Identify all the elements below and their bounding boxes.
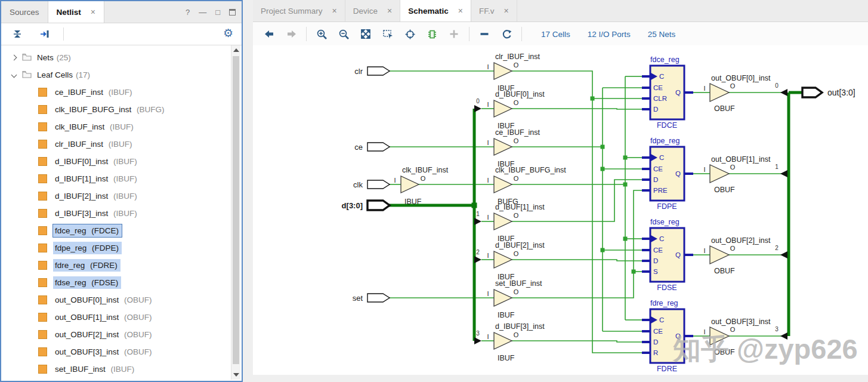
scrollbar-thumb[interactable]	[233, 56, 239, 364]
folder-icon	[22, 70, 32, 80]
buffer-cell-d_IBUF[1]_inst[interactable]	[494, 213, 512, 230]
zoom-selection-icon[interactable]	[379, 26, 397, 42]
expand-cone-icon[interactable]	[445, 26, 463, 42]
close-icon[interactable]: ×	[503, 6, 508, 16]
folder-icon	[22, 53, 32, 63]
tree-item-out_OBUF[1]_inst[interactable]: out_OBUF[1]_inst (OBUF)	[2, 309, 231, 326]
close-icon[interactable]: ×	[387, 6, 392, 16]
close-icon[interactable]: ×	[332, 6, 337, 16]
net-wire[interactable]	[512, 180, 642, 221]
back-arrow-icon[interactable]	[260, 26, 278, 42]
float-icon[interactable]	[229, 9, 236, 16]
schematic-canvas[interactable]: 01230123clrceclkd[3:0]setout[3:0]clr_IBU…	[253, 45, 868, 375]
tab-device[interactable]: Device×	[345, 0, 400, 21]
tree-item-count: (25)	[57, 53, 71, 62]
input-port[interactable]	[367, 67, 390, 75]
tree-item-d_IBUF[0]_inst[interactable]: d_IBUF[0]_inst (IBUF)	[2, 153, 231, 170]
tree-item-clk_IBUF_BUFG_inst[interactable]: clk_IBUF_BUFG_inst (BUFG)	[2, 101, 231, 118]
buffer-cell-d_IBUF[3]_inst[interactable]	[494, 332, 512, 349]
tree-item-d_IBUF[3]_inst[interactable]: d_IBUF[3]_inst (IBUF)	[2, 205, 231, 222]
schematic-label: clr	[354, 67, 363, 76]
tree-item-fdse_reg[interactable]: fdse_reg (FDSE)	[2, 274, 231, 291]
scroll-down-icon[interactable]	[233, 373, 239, 377]
zoom-fit-icon[interactable]	[357, 26, 375, 42]
autofit-selection-icon[interactable]	[401, 26, 419, 42]
tree-item-fdce_reg[interactable]: fdce_reg (FDCE)	[2, 222, 231, 239]
input-port[interactable]	[367, 180, 390, 189]
zoom-out-icon[interactable]	[335, 26, 353, 42]
tree-item-label: Leaf Cells	[37, 70, 73, 79]
stat-nets[interactable]: 25 Nets	[648, 30, 676, 39]
schematic-label: I	[703, 247, 705, 254]
netlist-toolbar: ⚙	[1, 23, 242, 45]
close-icon[interactable]: ×	[91, 7, 95, 17]
buffer-cell-clr_IBUF_inst[interactable]	[494, 63, 512, 79]
net-wire[interactable]	[512, 260, 642, 261]
gear-icon[interactable]: ⚙	[223, 26, 233, 40]
forward-arrow-icon[interactable]	[282, 26, 300, 42]
refresh-icon[interactable]	[498, 26, 515, 42]
input-port[interactable]	[367, 294, 390, 302]
tree-item-out_OBUF[2]_inst[interactable]: out_OBUF[2]_inst (OBUF)	[2, 326, 231, 343]
stat-cells[interactable]: 17 Cells	[541, 30, 570, 39]
schematic-label: CE	[653, 328, 663, 335]
schematic-label: C	[659, 73, 664, 80]
tree-item-leaf-cells[interactable]: Leaf Cells (17)	[2, 66, 231, 84]
net-wire[interactable]	[512, 109, 642, 109]
buffer-cell-out_OBUF[2]_inst[interactable]	[710, 246, 729, 264]
tab-netlist[interactable]: Netlist ×	[48, 1, 104, 23]
net-wire[interactable]	[512, 341, 642, 342]
tab-ff-v[interactable]: FF.v×	[471, 0, 517, 21]
chevron-right-icon[interactable]	[11, 55, 17, 61]
buffer-cell-clk_IBUF_BUFG_inst[interactable]	[494, 176, 512, 193]
buffer-cell-set_IBUF_inst[interactable]	[494, 289, 512, 306]
input-port[interactable]	[367, 143, 390, 151]
schematic-label: FDRE	[657, 365, 677, 373]
tab-schematic[interactable]: Schematic×	[400, 0, 471, 21]
minimize-icon[interactable]: —	[199, 8, 206, 17]
tab-sources[interactable]: Sources	[1, 1, 48, 23]
tree-item-d_IBUF[1]_inst[interactable]: d_IBUF[1]_inst (IBUF)	[2, 170, 231, 187]
tree-item-set_IBUF_inst[interactable]: set_IBUF_inst (IBUF)	[2, 361, 231, 378]
net-wire[interactable]	[512, 71, 642, 353]
tree-item-label: Nets	[37, 53, 54, 62]
tree-scrollbar[interactable]	[231, 45, 240, 380]
net-junction	[623, 183, 628, 187]
collapse-all-icon[interactable]	[8, 26, 26, 42]
buffer-cell-clk_IBUF_inst[interactable]	[401, 176, 419, 193]
close-icon[interactable]: ×	[458, 6, 463, 16]
input-port[interactable]	[367, 201, 390, 210]
buffer-cell-d_IBUF[0]_inst[interactable]	[494, 100, 512, 117]
help-icon[interactable]: ?	[186, 8, 190, 17]
buffer-cell-out_OBUF[0]_inst[interactable]	[710, 84, 729, 101]
net-junction	[623, 237, 628, 241]
stat-io-ports[interactable]: 12 I/O Ports	[588, 30, 631, 39]
tree-item-nets[interactable]: Nets (25)	[2, 49, 231, 66]
tree-item-ce_IBUF_inst[interactable]: ce_IBUF_inst (IBUF)	[2, 84, 231, 101]
scroll-up-icon[interactable]	[233, 48, 239, 52]
tree-item-d_IBUF[2]_inst[interactable]: d_IBUF[2]_inst (IBUF)	[2, 187, 231, 205]
panel-window-icons: ? — □	[186, 1, 236, 23]
expand-select-icon[interactable]	[36, 26, 54, 42]
zoom-in-icon[interactable]	[313, 26, 330, 42]
buffer-cell-out_OBUF[1]_inst[interactable]	[710, 165, 729, 183]
buffer-cell-ce_IBUF_inst[interactable]	[494, 138, 512, 155]
leaf-cell-icon	[38, 261, 47, 270]
tree-item-clr_IBUF_inst[interactable]: clr_IBUF_inst (IBUF)	[2, 135, 231, 153]
tree-item-clk_IBUF_inst[interactable]: clk_IBUF_inst (IBUF)	[2, 118, 231, 135]
tree-item-fdre_reg[interactable]: fdre_reg (FDRE)	[2, 257, 231, 274]
chevron-down-icon[interactable]	[11, 72, 17, 78]
show-cell-icon[interactable]	[423, 26, 441, 42]
schematic-label: clk	[353, 180, 363, 189]
tree-item-out_OBUF[3]_inst[interactable]: out_OBUF[3]_inst (OBUF)	[2, 343, 231, 361]
tree-item-out_OBUF[0]_inst[interactable]: out_OBUF[0]_inst (OBUF)	[2, 291, 231, 309]
maximize-icon[interactable]: □	[215, 8, 220, 17]
collapse-cone-icon[interactable]	[475, 26, 493, 42]
output-port[interactable]	[802, 88, 822, 97]
schematic-label: D	[653, 257, 658, 264]
bus-tap-icon	[474, 337, 481, 344]
leaf-cell-icon	[38, 105, 47, 114]
buffer-cell-d_IBUF[2]_inst[interactable]	[494, 251, 512, 268]
tree-item-fdpe_reg[interactable]: fdpe_reg (FDPE)	[2, 239, 231, 257]
tab-project-summary[interactable]: Project Summary×	[253, 0, 345, 21]
